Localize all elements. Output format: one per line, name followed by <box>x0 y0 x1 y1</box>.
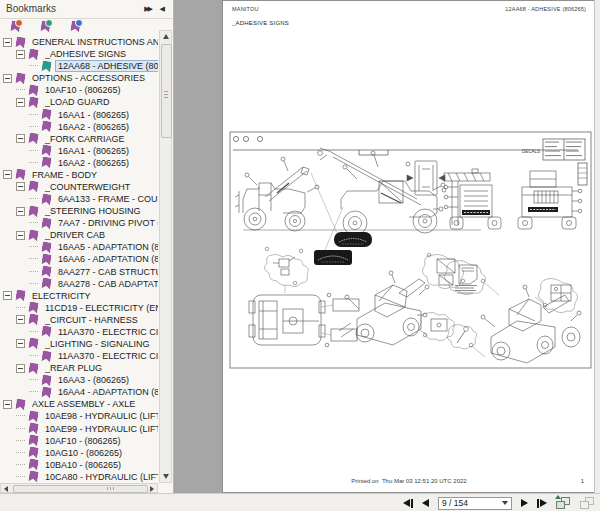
bookmark-label[interactable]: 11AA370 - ELECTRIC CIRCUIT <box>56 351 158 361</box>
bookmark-label[interactable]: _LIGHTING - SIGNALING <box>43 339 152 349</box>
collapse-toggle-icon[interactable] <box>16 364 25 373</box>
collapse-toggle-icon[interactable] <box>16 50 25 59</box>
bookmark-label[interactable]: _REAR PLUG <box>43 363 104 373</box>
bookmark-item[interactable]: 11AA370 - ELECTRIC CIRCUIT <box>0 350 158 362</box>
bookmark-label[interactable]: 10CA80 - HYDRAULIC (LIFTING <box>43 472 158 482</box>
bookmark-label[interactable]: 16AA2 - (806265) <box>56 122 131 132</box>
bookmark-label[interactable]: GENERAL INSTRUCTIONS AND SAFE <box>30 37 158 47</box>
bookmark-label[interactable]: 10AE99 - HYDRAULIC (LIFTING <box>43 424 158 434</box>
bookmark-item[interactable]: 12AA68 - ADHESIVE (806265) <box>0 60 158 72</box>
bookmark-label[interactable]: _COUNTERWEIGHT <box>43 182 132 192</box>
bookmark-label[interactable]: 11AA370 - ELECTRIC CIRCUIT <box>56 327 158 337</box>
scroll-down-icon[interactable] <box>163 474 169 479</box>
collapse-toggle-icon[interactable] <box>16 98 25 107</box>
bookmark-item[interactable]: 6AA133 - FRAME - COUNTERW <box>0 193 158 205</box>
bookmark-item[interactable]: 16AA2 - (806265) <box>0 157 158 169</box>
bookmark-item[interactable]: 16AA1 - (806265) <box>0 145 158 157</box>
bookmark-item[interactable]: 10BA10 - (806265) <box>0 459 158 471</box>
bookmark-label[interactable]: 6AA133 - FRAME - COUNTERW <box>56 194 158 204</box>
bookmark-label[interactable]: 8AA277 - CAB STRUCTURE - <box>56 267 158 277</box>
bookmark-item[interactable]: 16AA2 - (806265) <box>0 121 158 133</box>
bookmark-label[interactable]: _DRIVER CAB <box>43 230 107 240</box>
bookmark-item[interactable]: 8AA277 - CAB STRUCTURE - <box>0 265 158 277</box>
document-scrollbar[interactable] <box>594 0 600 493</box>
bookmark-label[interactable]: _ADHESIVE SIGNS <box>43 49 128 59</box>
bookmark-label[interactable]: 16AA2 - (806265) <box>56 158 131 168</box>
bookmark-item[interactable]: _FORK CARRIAGE <box>0 133 158 145</box>
bookmark-item[interactable]: 7AA7 - DRIVING PIVOT (806 <box>0 217 158 229</box>
next-view-button[interactable] <box>580 497 595 510</box>
last-page-button[interactable] <box>537 499 547 508</box>
bookmark-label[interactable]: 16AA3 - (806265) <box>56 375 131 385</box>
previous-view-button[interactable] <box>556 497 571 510</box>
expand-current-bookmark-icon[interactable] <box>11 20 21 32</box>
scroll-right-icon[interactable] <box>150 486 154 492</box>
bookmark-item[interactable]: 16AA4 - ADAPTATION (8062 <box>0 386 158 398</box>
bookmark-item[interactable]: _ADHESIVE SIGNS <box>0 48 158 60</box>
collapse-toggle-icon[interactable] <box>3 400 12 409</box>
bookmark-item[interactable]: AXLE ASSEMBLY - AXLE <box>0 398 158 410</box>
bookmark-item[interactable]: GENERAL INSTRUCTIONS AND SAFE <box>0 36 158 48</box>
bookmark-item[interactable]: 10AE99 - HYDRAULIC (LIFTING <box>0 423 158 435</box>
bookmark-item[interactable]: 11CD19 - ELECTRICITY (ENGINE <box>0 302 158 314</box>
bookmark-label[interactable]: ELECTRICITY <box>30 291 93 301</box>
bookmark-item[interactable]: _STEERING HOUSING <box>0 205 158 217</box>
bookmark-item[interactable]: _LOAD GUARD <box>0 96 158 108</box>
bookmark-item[interactable]: ELECTRICITY <box>0 290 158 302</box>
bookmark-item[interactable]: 11AA370 - ELECTRIC CIRCUIT <box>0 326 158 338</box>
bookmark-label[interactable]: 7AA7 - DRIVING PIVOT (806 <box>56 218 158 228</box>
bookmark-item[interactable]: _COUNTERWEIGHT <box>0 181 158 193</box>
collapse-toggle-icon[interactable] <box>3 170 12 179</box>
bookmark-item[interactable]: 16AA5 - ADAPTATION (8062 <box>0 241 158 253</box>
collapse-toggle-icon[interactable] <box>16 182 25 191</box>
bookmark-label[interactable]: 16AA1 - (806265) <box>56 110 131 120</box>
expand-top-bookmarks-icon[interactable] <box>71 20 81 32</box>
bookmark-item[interactable]: 10AG10 - (806265) <box>0 447 158 459</box>
bookmark-item[interactable]: 10AF10 - (806265) <box>0 84 158 96</box>
bookmark-label[interactable]: OPTIONS - ACCESSORIES <box>30 73 147 83</box>
bookmark-label[interactable]: AXLE ASSEMBLY - AXLE <box>30 399 137 409</box>
collapse-toggle-icon[interactable] <box>3 74 12 83</box>
bookmark-item[interactable]: _LIGHTING - SIGNALING <box>0 338 158 350</box>
bookmark-label[interactable]: 8AA278 - CAB ADAPTATION <box>56 279 158 289</box>
bookmark-item[interactable]: 10CA80 - HYDRAULIC (LIFTING <box>0 471 158 483</box>
bookmark-label[interactable]: _FORK CARRIAGE <box>43 134 127 144</box>
bookmark-label[interactable]: 16AA6 - ADAPTATION (8062 <box>56 254 158 264</box>
next-page-button[interactable] <box>521 499 528 507</box>
collapse-toggle-icon[interactable] <box>16 231 25 240</box>
collapse-toggle-icon[interactable] <box>3 38 12 47</box>
bookmark-item[interactable]: 16AA3 - (806265) <box>0 374 158 386</box>
bookmark-label[interactable]: 10AF10 - (806265) <box>43 436 123 446</box>
first-page-button[interactable] <box>403 499 413 508</box>
chevron-down-icon[interactable] <box>502 501 508 505</box>
collapse-toggle-icon[interactable] <box>16 339 25 348</box>
bookmarks-horizontal-scrollbar[interactable] <box>0 483 158 493</box>
bookmark-item[interactable]: FRAME - BODY <box>0 169 158 181</box>
bookmarks-vertical-scrollbar[interactable] <box>159 30 172 483</box>
bookmark-item[interactable]: 8AA278 - CAB ADAPTATION <box>0 278 158 290</box>
page-number-field[interactable]: 9 / 154 <box>438 497 512 510</box>
bookmark-item[interactable]: 16AA1 - (806265) <box>0 108 158 120</box>
bookmark-label[interactable]: FRAME - BODY <box>30 170 99 180</box>
bookmark-label[interactable]: 16AA1 - (806265) <box>56 146 131 156</box>
bookmark-label[interactable]: 16AA4 - ADAPTATION (8062 <box>56 387 158 397</box>
bookmark-label[interactable]: 10BA10 - (806265) <box>43 460 123 470</box>
bookmark-label[interactable]: 16AA5 - ADAPTATION (8062 <box>56 242 158 252</box>
bookmark-label[interactable]: 10AF10 - (806265) <box>43 85 123 95</box>
previous-page-button[interactable] <box>422 499 429 507</box>
bookmark-label[interactable]: 11CD19 - ELECTRICITY (ENGINE <box>43 303 158 313</box>
collapse-toggle-icon[interactable] <box>16 315 25 324</box>
scroll-left-icon[interactable] <box>4 486 8 492</box>
bookmark-label[interactable]: 12AA68 - ADHESIVE (806265) <box>56 61 158 71</box>
bookmark-item[interactable]: OPTIONS - ACCESSORIES <box>0 72 158 84</box>
panel-collapse-icon[interactable]: ◀ <box>160 4 165 14</box>
bookmark-item[interactable]: _CIRCUIT - HARNESS <box>0 314 158 326</box>
vertical-scroll-thumb[interactable] <box>161 44 172 138</box>
bookmark-label[interactable]: _CIRCUIT - HARNESS <box>43 315 140 325</box>
scroll-up-icon[interactable] <box>163 34 169 39</box>
bookmark-item[interactable]: 16AA6 - ADAPTATION (8062 <box>0 253 158 265</box>
bookmark-item[interactable]: _REAR PLUG <box>0 362 158 374</box>
bookmark-label[interactable]: 10AE98 - HYDRAULIC (LIFTING- <box>43 411 158 421</box>
bookmark-label[interactable]: _STEERING HOUSING <box>43 206 143 216</box>
collapse-toggle-icon[interactable] <box>3 291 12 300</box>
